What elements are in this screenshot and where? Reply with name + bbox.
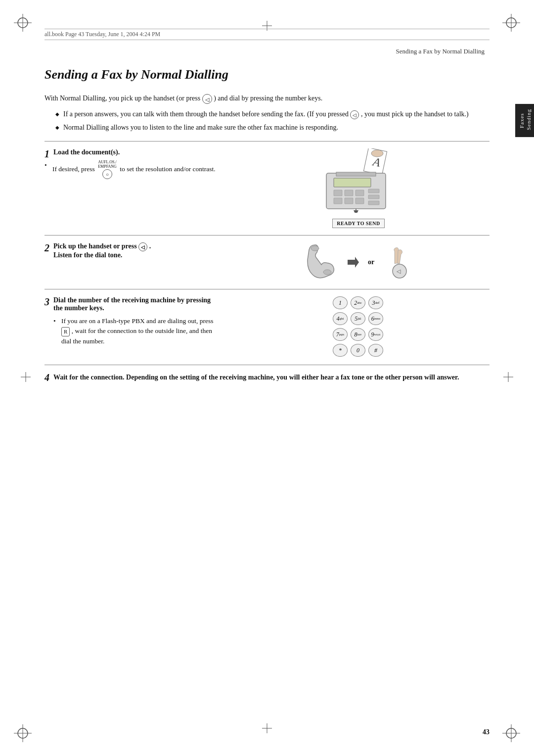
fax-illustration: A — [319, 148, 398, 228]
step-3: 3 Dial the number of the receiving machi… — [44, 289, 490, 365]
steps-container: 1 Load the document(s). If desired, pres… — [44, 141, 490, 390]
step-4: 4 Wait for the connection. Depending on … — [44, 365, 490, 390]
step-2-left: 2 Pick up the handset or press ◁ . Liste… — [44, 242, 227, 282]
handset-illustration: or ◁ — [305, 242, 412, 282]
svg-rect-30 — [345, 198, 353, 204]
cross-mark-bot — [262, 723, 272, 735]
step-1-body: If desired, press AUFL.OS./EMPFANG ○ to … — [44, 160, 218, 179]
svg-marker-39 — [348, 257, 359, 268]
key-hash: # — [368, 344, 383, 357]
step-1-title: Load the document(s). — [53, 148, 218, 156]
step-4-title: Wait for the connection. Depending on th… — [53, 374, 459, 381]
key-4: 4ghi — [333, 312, 348, 325]
step-3-body: If you are on a Flash-type PBX and are d… — [53, 316, 218, 346]
step-3-number: 3 — [44, 296, 49, 308]
file-info-text: all.book Page 43 Tuesday, June 1, 2004 4… — [44, 31, 160, 38]
key-8: 8tuv — [351, 328, 365, 341]
step-1-right: A — [227, 148, 490, 228]
reg-mark-tl — [14, 14, 32, 32]
or-text: or — [368, 258, 374, 266]
step-2: 2 Pick up the handset or press ◁ . Liste… — [44, 236, 490, 289]
aufl-button-icon: ○ — [102, 169, 112, 179]
aufl-button-group: AUFL.OS./EMPFANG ○ — [98, 160, 117, 179]
intro-bullet-2: Normal Dialling allows you to listen to … — [55, 122, 490, 133]
svg-point-37 — [311, 246, 319, 251]
svg-text:◁: ◁ — [397, 268, 401, 274]
step-2-number: 2 — [44, 242, 49, 254]
step-1: 1 Load the document(s). If desired, pres… — [44, 142, 490, 236]
step-2-right: or ◁ — [227, 242, 490, 282]
aufl-label: AUFL.OS./EMPFANG — [98, 160, 117, 169]
svg-rect-28 — [356, 190, 364, 196]
svg-rect-34 — [368, 201, 379, 205]
handset-icon-inline: ◁ — [202, 94, 212, 104]
cross-mark-right — [503, 372, 513, 384]
cross-mark-left — [21, 372, 31, 384]
step-3-right: 1 2abc 3def 4ghi 5jkl 6mno 7pqrs 8tuv 9w… — [227, 296, 490, 358]
key-star: * — [333, 344, 348, 357]
svg-rect-27 — [345, 190, 353, 196]
handset-svg — [305, 242, 337, 282]
key-3: 3def — [368, 296, 383, 309]
key-7: 7pqrs — [333, 328, 348, 341]
page-number: 43 — [483, 728, 490, 736]
r-key: R — [61, 327, 70, 336]
svg-rect-24 — [336, 172, 376, 176]
reg-mark-tr — [502, 14, 520, 32]
ready-to-send-box: READY TO SEND — [332, 219, 384, 228]
file-info-bar: all.book Page 43 Tuesday, June 1, 2004 4… — [44, 29, 490, 40]
svg-rect-32 — [368, 189, 379, 193]
reg-mark-br — [502, 724, 520, 742]
key-1: 1 — [333, 296, 348, 309]
step2-btn-icon: ◁ — [138, 242, 147, 251]
side-tab: Faxes Sending 2. — [515, 104, 534, 137]
step-1-bullet: If desired, press AUFL.OS./EMPFANG ○ to … — [44, 160, 218, 179]
step-3-left: 3 Dial the number of the receiving machi… — [44, 296, 227, 358]
step-1-left: 1 Load the document(s). If desired, pres… — [44, 148, 227, 228]
svg-rect-26 — [334, 190, 342, 196]
fax-machine-svg: A — [319, 148, 398, 213]
step-4-number: 4 — [44, 372, 49, 383]
intro-paragraph: With Normal Dialling, you pick up the ha… — [44, 93, 490, 104]
step-4-left: 4 Wait for the connection. Depending on … — [44, 372, 490, 383]
step-3-title: Dial the number of the receiving machine… — [53, 296, 218, 312]
key-6: 6mno — [368, 312, 383, 325]
key-2: 2abc — [351, 296, 365, 309]
handset-icon-inline2: ◁ — [350, 110, 359, 119]
reg-mark-bl — [14, 724, 32, 742]
svg-rect-29 — [334, 198, 342, 204]
finger-press-svg: ◁ — [382, 246, 412, 279]
page-title: Sending a Fax by Normal Dialling — [44, 67, 490, 82]
key-0: 0 — [351, 344, 365, 357]
intro-bullets: If a person answers, you can talk with t… — [55, 109, 490, 133]
fax-machine-wrapper: A — [319, 148, 398, 215]
key-9: 9wxyz — [368, 328, 383, 341]
main-content: Sending a Fax by Normal Dialling With No… — [44, 62, 490, 716]
key-5: 5jkl — [351, 312, 365, 325]
keypad-illustration: 1 2abc 3def 4ghi 5jkl 6mno 7pqrs 8tuv 9w… — [333, 296, 384, 358]
svg-rect-33 — [368, 195, 379, 199]
step-3-bullet: If you are on a Flash-type PBX and are d… — [53, 316, 218, 346]
svg-rect-25 — [334, 178, 371, 187]
svg-point-38 — [323, 270, 331, 275]
intro-bullet-1: If a person answers, you can talk with t… — [55, 109, 490, 120]
step-2-title: Pick up the handset or press ◁ . Listen … — [53, 242, 218, 259]
svg-rect-31 — [356, 198, 364, 204]
svg-point-22 — [371, 150, 383, 157]
chapter-header: Sending a Fax by Normal Dialling — [44, 47, 490, 55]
step-1-number: 1 — [44, 148, 49, 160]
arrow-icon — [345, 255, 360, 270]
